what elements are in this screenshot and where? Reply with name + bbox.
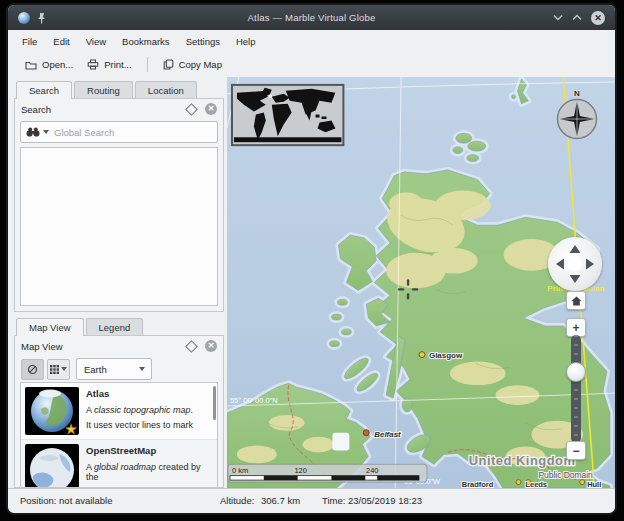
- float-dock-button[interactable]: [185, 103, 198, 116]
- search-dock-title: Search: [21, 104, 187, 115]
- scale-end: 240: [366, 466, 378, 475]
- marble-window: Atlas — Marble Virtual Globe ✕ File Edit…: [6, 3, 617, 515]
- glasgow-marker: [419, 352, 425, 358]
- pan-right-icon: [586, 259, 594, 270]
- pan-left-icon: [556, 259, 564, 270]
- zoom-out-button[interactable]: −: [566, 441, 586, 460]
- belfast-label: Belfast: [374, 430, 401, 439]
- menu-file[interactable]: File: [14, 33, 45, 50]
- home-icon: [571, 296, 582, 306]
- attribution-label: Public Domain: [538, 470, 593, 480]
- osm-thumbnail: [25, 444, 79, 487]
- hull-label: Hull: [587, 480, 601, 488]
- binoculars-icon: [26, 127, 40, 137]
- toolbar-separator: [147, 57, 148, 72]
- open-button[interactable]: Open...: [18, 56, 80, 73]
- copy-map-label: Copy Map: [179, 59, 222, 70]
- pin-icon[interactable]: [36, 12, 47, 24]
- menu-view[interactable]: View: [78, 33, 114, 50]
- close-button[interactable]: ✕: [591, 11, 605, 25]
- zoom-slider-handle[interactable]: [566, 362, 586, 382]
- list-scrollbar[interactable]: [213, 386, 216, 420]
- view-mode-button[interactable]: [47, 359, 70, 380]
- overview-position-marker: [269, 95, 272, 98]
- lough-neagh: [332, 433, 349, 451]
- float-dock-button[interactable]: [185, 340, 198, 353]
- compass-rose-icon: [556, 98, 598, 140]
- pan-down-icon: [570, 275, 581, 283]
- map-theme-list: ★ Atlas A classic topographic map. It us…: [20, 382, 218, 487]
- view-mode-caret-icon: [61, 367, 67, 371]
- tab-legend[interactable]: Legend: [86, 318, 144, 336]
- copy-map-button[interactable]: Copy Map: [156, 56, 229, 73]
- menu-settings[interactable]: Settings: [178, 33, 228, 50]
- compass-north-label: N: [555, 89, 599, 98]
- tab-search[interactable]: Search: [16, 81, 72, 99]
- search-results-list[interactable]: [20, 147, 218, 306]
- theme-description: A classic topographic map.: [86, 405, 193, 415]
- copy-icon: [163, 59, 174, 70]
- overview-map[interactable]: [232, 85, 343, 145]
- pan-up-icon: [570, 245, 581, 253]
- window-title: Atlas — Marble Virtual Globe: [148, 12, 475, 23]
- status-position: Position: not available: [20, 495, 112, 506]
- status-altitude-label: Altitude:: [220, 495, 254, 506]
- compass-widget[interactable]: N: [555, 89, 599, 144]
- tab-routing[interactable]: Routing: [74, 81, 133, 99]
- bottom-tabbar: Map View Legend: [14, 315, 224, 336]
- map-view-controls: Earth: [15, 356, 223, 382]
- status-time: Time: 23/05/2019 18:23: [322, 495, 422, 506]
- map-canvas[interactable]: 55° 00' 00.0"N 00' 00.0"W Prime Meridian: [227, 77, 615, 488]
- search-dock: Search ✕: [14, 98, 224, 312]
- theme-description: It uses vector lines to mark: [86, 420, 193, 430]
- titlebar: Atlas — Marble Virtual Globe ✕: [8, 5, 615, 30]
- folder-icon: [25, 60, 37, 70]
- tab-location[interactable]: Location: [135, 81, 197, 99]
- menu-help[interactable]: Help: [228, 33, 264, 50]
- open-label: Open...: [42, 59, 73, 70]
- search-options-caret-icon[interactable]: [43, 130, 49, 134]
- home-button[interactable]: [566, 291, 586, 310]
- map-view-dock: Map View ✕: [14, 335, 224, 488]
- menu-edit[interactable]: Edit: [45, 33, 77, 50]
- map-view-dock-title: Map View: [21, 341, 187, 352]
- zoom-slider-track[interactable]: [571, 335, 581, 443]
- printer-icon: [87, 59, 99, 70]
- theme-description: A global roadmap created by the: [86, 462, 213, 483]
- pan-dpad[interactable]: [548, 237, 602, 291]
- menubar: File Edit View Bookmarks Settings Help: [8, 30, 615, 52]
- combo-caret-icon: [139, 367, 145, 371]
- status-altitude-value: 306.7 km: [261, 495, 300, 506]
- minimize-button[interactable]: [553, 14, 563, 21]
- theme-item-openstreetmap[interactable]: OpenStreetMap A global roadmap created b…: [21, 440, 217, 487]
- scale-mid: 120: [294, 466, 306, 475]
- tab-map-view[interactable]: Map View: [16, 318, 84, 336]
- grid-icon: [50, 365, 59, 374]
- celestial-body-value: Earth: [77, 364, 139, 375]
- print-button[interactable]: Print...: [80, 56, 138, 73]
- close-dock-icon[interactable]: ✕: [205, 340, 217, 352]
- scale-start: 0 km: [232, 466, 248, 475]
- close-dock-icon[interactable]: ✕: [205, 103, 217, 115]
- glasgow-label: Glasgow: [429, 351, 463, 360]
- statusbar: Position: not available Altitude: 306.7 …: [8, 488, 615, 513]
- theme-title: OpenStreetMap: [86, 446, 213, 457]
- menu-bookmarks[interactable]: Bookmarks: [114, 33, 178, 50]
- sidebar: Search Routing Location Search ✕: [8, 77, 227, 488]
- search-input[interactable]: [52, 126, 212, 139]
- celestial-body-select[interactable]: Earth: [76, 358, 152, 380]
- scale-bar: 0 km 120 240: [228, 464, 427, 482]
- search-input-box[interactable]: [20, 121, 218, 143]
- latitude-label: 55° 00' 00.0"N: [230, 396, 278, 405]
- print-label: Print...: [104, 59, 131, 70]
- projection-button[interactable]: [21, 359, 44, 380]
- country-label: United Kingdom: [469, 453, 576, 468]
- theme-item-atlas[interactable]: ★ Atlas A classic topographic map. It us…: [21, 383, 217, 440]
- bradford-label: Bradford: [462, 480, 494, 488]
- leeds-label: Leeds: [525, 480, 547, 488]
- theme-title: Atlas: [86, 389, 193, 400]
- atlas-thumbnail: ★: [25, 387, 79, 435]
- belfast-marker: [363, 430, 369, 436]
- globe-slash-icon: [27, 364, 38, 375]
- maximize-button[interactable]: [572, 14, 582, 21]
